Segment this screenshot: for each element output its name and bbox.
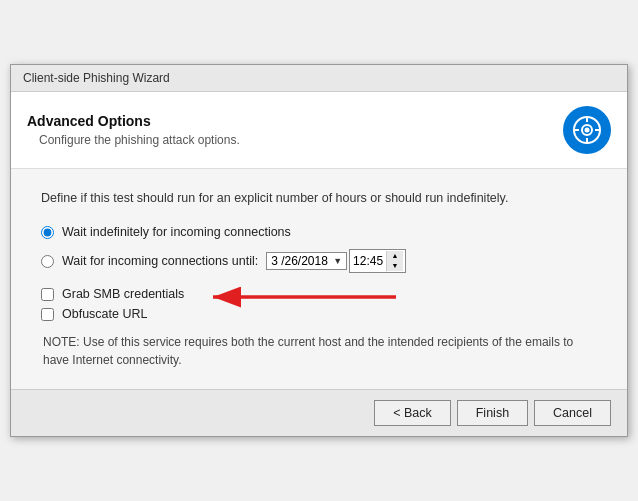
description-text: Define if this test should run for an ex… xyxy=(41,189,597,208)
page-subtitle: Configure the phishing attack options. xyxy=(39,133,240,147)
date-input[interactable] xyxy=(271,254,331,268)
dialog-title: Client-side Phishing Wizard xyxy=(23,71,170,85)
title-bar: Client-side Phishing Wizard xyxy=(11,65,627,92)
page-title: Advanced Options xyxy=(27,113,240,129)
time-input[interactable] xyxy=(352,254,384,268)
checkbox-obfuscate-label[interactable]: Obfuscate URL xyxy=(62,307,147,321)
finish-button[interactable]: Finish xyxy=(457,400,528,426)
time-spinner[interactable]: ▲ ▼ xyxy=(386,251,403,271)
date-dropdown-arrow[interactable]: ▼ xyxy=(331,256,342,266)
svg-point-6 xyxy=(585,127,590,132)
back-button[interactable]: < Back xyxy=(374,400,451,426)
radio-indefinitely-label[interactable]: Wait indefinitely for incoming connectio… xyxy=(62,225,291,239)
dialog: Client-side Phishing Wizard Advanced Opt… xyxy=(10,64,628,438)
radio-option-indefinitely: Wait indefinitely for incoming connectio… xyxy=(41,225,597,239)
checkbox-smb: Grab SMB credentials xyxy=(41,287,597,301)
checkbox-group: Grab SMB credentials Obfuscate URL xyxy=(41,287,597,321)
radio-until[interactable] xyxy=(41,255,54,268)
content-area: Define if this test should run for an ex… xyxy=(11,169,627,390)
header-text: Advanced Options Configure the phishing … xyxy=(27,113,240,147)
radio-option-until: Wait for incoming connections until: ▼ ▲… xyxy=(41,249,597,273)
radio-until-label[interactable]: Wait for incoming connections until: xyxy=(62,254,258,268)
cancel-button[interactable]: Cancel xyxy=(534,400,611,426)
radio-until-group: Wait for incoming connections until: ▼ ▲… xyxy=(62,249,406,273)
footer: < Back Finish Cancel xyxy=(11,389,627,436)
wizard-icon xyxy=(563,106,611,154)
time-increment-btn[interactable]: ▲ xyxy=(387,251,403,261)
time-field[interactable]: ▲ ▼ xyxy=(349,249,406,273)
header-section: Advanced Options Configure the phishing … xyxy=(11,92,627,169)
radio-indefinitely[interactable] xyxy=(41,226,54,239)
checkbox-obfuscate: Obfuscate URL xyxy=(41,307,597,321)
checkbox-smb-input[interactable] xyxy=(41,288,54,301)
radio-group: Wait indefinitely for incoming connectio… xyxy=(41,225,597,273)
checkbox-smb-label[interactable]: Grab SMB credentials xyxy=(62,287,184,301)
time-decrement-btn[interactable]: ▼ xyxy=(387,261,403,271)
date-field[interactable]: ▼ xyxy=(266,252,347,270)
checkbox-obfuscate-input[interactable] xyxy=(41,308,54,321)
note-text: NOTE: Use of this service requires both … xyxy=(41,333,597,369)
